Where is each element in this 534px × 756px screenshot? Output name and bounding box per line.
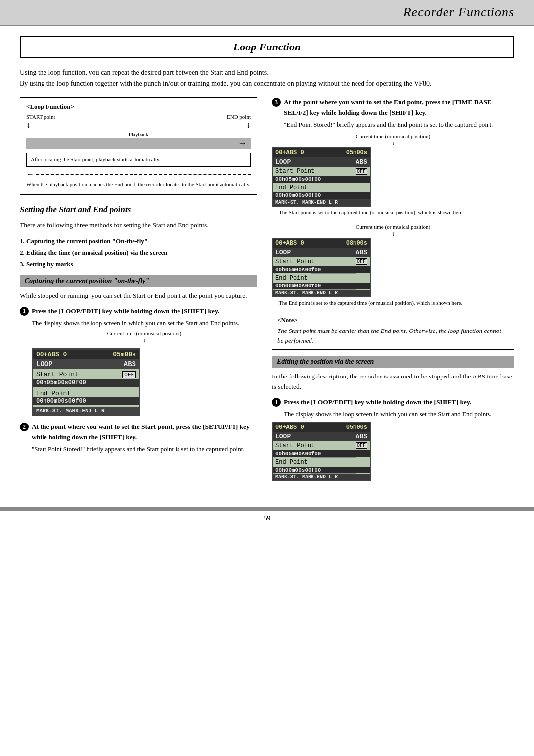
col-left: <Loop Function> START point END point ↓ … xyxy=(20,97,257,460)
editing-step1-num: 1 xyxy=(272,398,281,407)
lcd-r2-time-label: Current time (or musical position) xyxy=(272,224,514,230)
lcd-r2-arrow: ↓ xyxy=(272,230,514,237)
lcd3-row6: 00h00m00s00f00 xyxy=(273,467,370,473)
lcd1-off-btn: OFF xyxy=(122,371,136,378)
diagram-note2-text: When the playback position reaches the E… xyxy=(26,181,251,187)
lcd3-row3: Start Point OFF xyxy=(273,441,370,450)
step2-text: At the point where you want to set the S… xyxy=(32,422,257,442)
top-two-col: <Loop Function> START point END point ↓ … xyxy=(20,97,514,487)
lcd1-r1-right: 05m00s xyxy=(113,351,136,358)
step3-bold: At the point where you want to set the E… xyxy=(284,98,491,116)
lcd-r1-row5: End Point xyxy=(273,183,370,192)
col-right: 3 At the point where you want to set the… xyxy=(272,97,514,487)
lcd1-row2: LOOP ABS xyxy=(33,359,139,369)
method-2: 2. Editing the time (or musical position… xyxy=(20,247,257,258)
lcd3-row4: 00h05m00s00f00 xyxy=(273,450,370,457)
step1-text: Press the [LOOP/EDIT] key while holding … xyxy=(32,306,219,316)
lcd-r1-arrow: ↓ xyxy=(272,140,514,147)
loop-diagram-box: <Loop Function> START point END point ↓ … xyxy=(20,97,257,194)
step3-block: 3 At the point where you want to set the… xyxy=(272,97,514,350)
start-label: START point xyxy=(26,114,55,120)
diagram-note1: After locating the Start point, playback… xyxy=(26,153,251,167)
section-title-box: Loop Function xyxy=(20,36,514,58)
lcd-r1-row3: Start Point OFF xyxy=(273,167,370,176)
step3-num: 3 xyxy=(272,98,281,107)
lcd1-r2-left: LOOP xyxy=(36,360,53,368)
lcd1-row3: Start Point OFF xyxy=(33,369,139,378)
lcd3-row1: 00+ABS 0 05m00s xyxy=(273,423,370,432)
capturing-body: While stopped or running, you can set th… xyxy=(20,291,257,301)
main-content: Loop Function Using the loop function, y… xyxy=(0,26,534,502)
step2-bold: At the point where you want to set the S… xyxy=(32,423,250,440)
lcd-r2-row5: End Point xyxy=(273,274,370,283)
end-label: END point xyxy=(227,114,251,120)
lcd1-r1-left: 00+ABS 0 xyxy=(36,351,67,358)
lcd-r2-row2: LOOP ABS xyxy=(273,248,370,257)
lcd1-row5: End Point xyxy=(33,389,139,397)
loop-function-title: Loop Function xyxy=(233,41,301,53)
step1-block: 1 Press the [LOOP/EDIT] key while holdin… xyxy=(20,306,257,417)
lcd1-dotted2 xyxy=(35,406,137,406)
lcd-r2-row6: 00h08m00s00f00 xyxy=(273,283,370,289)
lcd3-screen: 00+ABS 0 05m00s LOOP ABS Start Point OFF… xyxy=(272,422,371,481)
page-title: Recorder Functions xyxy=(403,5,514,19)
lcd3-row7: MARK-ST. MARK-END L R xyxy=(273,474,370,480)
note-title: <Note> xyxy=(277,316,509,324)
lcd1-screen: 00+ABS 0 05m00s LOOP ABS Start Point OFF… xyxy=(32,348,140,416)
lcd1-row1: 00+ABS 0 05m00s xyxy=(33,350,139,359)
capturing-heading: Capturing the current position "on-the-f… xyxy=(20,275,257,287)
lcd-right-1: 00+ABS 0 05m00s LOOP ABS Start Point OFF… xyxy=(272,147,371,207)
lcd-r1-r1l: 00+ABS 0 xyxy=(275,149,304,156)
intro-line2: By using the loop function together with… xyxy=(20,80,432,87)
lcd-r1-row6: 00h00m00s00f00 xyxy=(273,192,370,199)
lcd-right-1-container: Current time (or musical position) ↓ 00+… xyxy=(272,133,514,216)
setting-heading: Setting the Start and End points xyxy=(20,205,257,216)
lcd3-row2: LOOP ABS xyxy=(273,432,370,441)
header-bar: Recorder Functions xyxy=(0,0,534,26)
lcd-right-2: 00+ABS 0 08m00s LOOP ABS Start Point OFF… xyxy=(272,238,371,297)
page-number: 59 xyxy=(0,514,534,522)
editing-step1-subtext: The display shows the loop screen in whi… xyxy=(284,409,514,419)
lcd-r1-row4: 00h05m00s00f00 xyxy=(273,176,370,183)
lcd1-row6: 00h00m00s00f00 xyxy=(33,397,139,405)
editing-step1-text: Press the [LOOP/EDIT] key while holding … xyxy=(284,397,471,407)
editing-heading: Editing the position via the screen xyxy=(272,356,514,368)
lcd-r2-row7: MARK-ST. MARK-END L R xyxy=(273,290,370,296)
diagram-title: <Loop Function> xyxy=(26,103,251,111)
lcd-right-2-container: Current time (or musical position) ↓ 00+… xyxy=(272,224,514,307)
note-box: <Note> The Start point must be earlier t… xyxy=(272,312,514,350)
intro-line1: Using the loop function, you can repeat … xyxy=(20,69,268,76)
lcd3-row5: End Point xyxy=(273,458,370,467)
step3-subtext: "End Point Stored!" briefly appears and … xyxy=(284,120,514,130)
editing-step1-block: 1 Press the [LOOP/EDIT] key while holdin… xyxy=(272,397,514,481)
step2-num: 2 xyxy=(20,423,29,431)
lcd1-arrow: ↓ xyxy=(32,337,257,344)
lcd3-container: 00+ABS 0 05m00s LOOP ABS Start Point OFF… xyxy=(272,422,514,481)
methods-list: 1. Capturing the current position "On-th… xyxy=(20,236,257,270)
lcd1-container: Current time (or musical position) ↓ 00+… xyxy=(32,331,257,416)
lcd-r2-row1: 00+ABS 0 08m00s xyxy=(273,239,370,248)
intro-text: Using the loop function, you can repeat … xyxy=(20,67,514,89)
editing-step1-bold: Press the [LOOP/EDIT] key while holding … xyxy=(284,398,471,406)
diagram-note1-text: After locating the Start point, playback… xyxy=(31,156,160,162)
lcd-r2-caption-text: The End point is set to the captured tim… xyxy=(276,299,462,307)
lcd-r1-caption-text: The Start point is set to the captured t… xyxy=(276,209,464,216)
lcd-r2-row4: 00h05m00s00f00 xyxy=(273,266,370,273)
lcd1-r2-right: ABS xyxy=(124,360,136,368)
step1-bold: Press the [LOOP/EDIT] key while holding … xyxy=(32,307,219,315)
lcd-r1-r1r: 05m00s xyxy=(346,149,367,156)
method-3: 3. Setting by marks xyxy=(20,258,257,270)
step1-subtext: The display shows the loop screen in whi… xyxy=(32,318,257,328)
lcd-r1-time-label: Current time (or musical position) xyxy=(272,133,514,139)
editing-body: In the following description, the record… xyxy=(272,372,514,392)
lcd-r2-caption: The End point is set to the captured tim… xyxy=(272,299,514,307)
lcd1-row4: 00h05m00s00f00 xyxy=(33,379,139,387)
lcd1-r3-left: Start Point xyxy=(36,371,79,378)
method-1: 1. Capturing the current position "On-th… xyxy=(20,236,257,247)
step3-text: At the point where you want to set the E… xyxy=(284,97,514,118)
lcd-r1-row2: LOOP ABS xyxy=(273,157,370,167)
lcd-r2-row3: Start Point OFF xyxy=(273,257,370,266)
step1-num: 1 xyxy=(20,307,29,316)
diagram-note2: When the playback position reaches the E… xyxy=(26,181,251,188)
lcd-r1-row7: MARK-ST. MARK-END L R xyxy=(273,199,370,206)
